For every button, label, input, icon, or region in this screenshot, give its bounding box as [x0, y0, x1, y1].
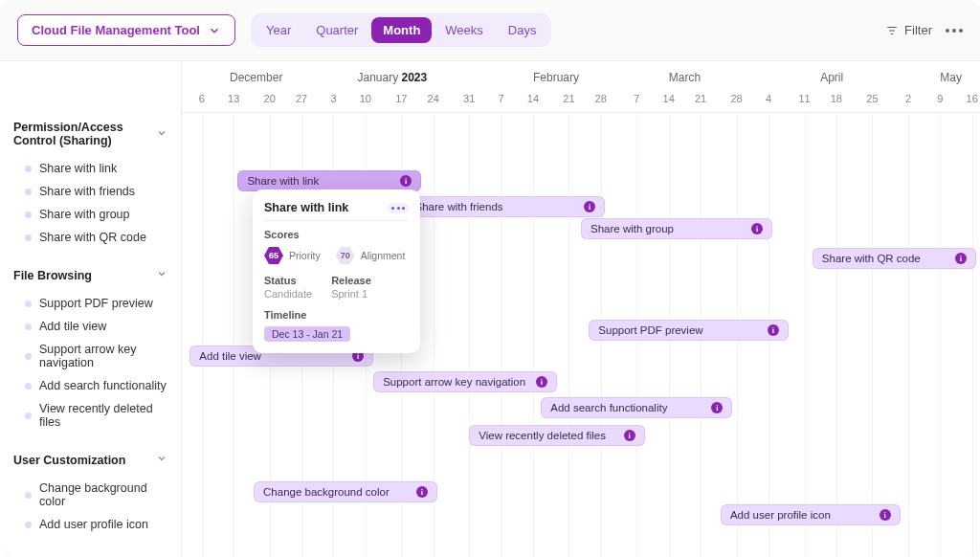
project-name: Cloud File Management Tool	[32, 23, 200, 37]
release-value: Sprint 1	[331, 288, 371, 300]
day-label: 10	[360, 93, 371, 104]
day-label: 24	[428, 93, 439, 104]
bullet-icon	[25, 189, 32, 195]
bullet-icon	[25, 353, 32, 360]
bar-label: Change background color	[263, 486, 390, 498]
scores-label: Scores	[264, 229, 409, 240]
day-label: 16	[967, 93, 978, 104]
chevron-down-icon	[156, 127, 167, 142]
info-icon[interactable]	[624, 430, 635, 441]
bullet-icon	[25, 492, 32, 499]
info-icon[interactable]	[768, 324, 779, 336]
group-head[interactable]: Permission/Access Control (Sharing)	[0, 113, 181, 155]
info-icon[interactable]	[955, 253, 967, 264]
sidebar-item[interactable]: Add user profile icon	[0, 513, 181, 536]
bullet-icon	[25, 323, 32, 330]
timeline-bar[interactable]: Add user profile icon	[721, 504, 901, 525]
tab-quarter[interactable]: Quarter	[304, 17, 369, 43]
chevron-down-icon	[156, 453, 167, 467]
tab-days[interactable]: Days	[497, 17, 548, 43]
info-icon[interactable]	[400, 175, 412, 187]
bar-label: Support arrow key navigation	[383, 376, 525, 388]
sidebar-item-label: Change background color	[39, 481, 167, 508]
task-popover: Share with link Scores 65 Priority 70 Al…	[253, 189, 420, 353]
sidebar-item[interactable]: Support PDF preview	[0, 292, 181, 315]
timeline-bar[interactable]: Share with link	[237, 170, 421, 191]
timeline-bar[interactable]: Support arrow key navigation	[373, 371, 557, 392]
bullet-icon	[25, 301, 32, 307]
sidebar-item-label: Add tile view	[39, 320, 106, 333]
month-label: December	[230, 71, 282, 84]
info-icon[interactable]	[751, 223, 763, 234]
alignment-label: Alignment	[361, 250, 406, 261]
sidebar-item-label: Share with link	[39, 162, 117, 175]
sidebar-item[interactable]: Share with friends	[0, 180, 181, 203]
tab-month[interactable]: Month	[371, 17, 432, 43]
day-label: 3	[330, 93, 336, 104]
bar-label: Add tile view	[199, 350, 261, 362]
month-row: DecemberJanuary 2023FebruaryMarchAprilMa…	[182, 71, 980, 88]
sidebar-item[interactable]: Share with QR code	[0, 226, 181, 249]
timeline-bar[interactable]: Support PDF preview	[589, 320, 789, 341]
sidebar-item-label: Share with QR code	[39, 231, 146, 244]
day-label: 25	[866, 93, 878, 104]
sidebar-item[interactable]: Change background color	[0, 477, 181, 513]
sidebar-item[interactable]: Support arrow key navigation	[0, 338, 181, 374]
sidebar-item[interactable]: Share with group	[0, 203, 181, 226]
content: Permission/Access Control (Sharing)Share…	[0, 61, 980, 557]
more-menu[interactable]	[946, 29, 963, 33]
sidebar-item-label: Share with friends	[39, 185, 135, 198]
bar-label: Share with QR code	[822, 253, 921, 264]
app-root: Cloud File Management Tool YearQuarterMo…	[0, 0, 980, 557]
info-icon[interactable]	[880, 509, 891, 521]
filter-label: Filter	[904, 23, 932, 37]
tab-year[interactable]: Year	[255, 17, 302, 43]
status-label: Status	[264, 275, 312, 286]
day-label: 20	[264, 93, 276, 104]
day-label: 7	[499, 93, 504, 104]
group-head[interactable]: User Customization	[0, 445, 181, 475]
info-icon[interactable]	[416, 486, 428, 498]
filter-button[interactable]: Filter	[885, 23, 932, 37]
sidebar-item[interactable]: Add tile view	[0, 315, 181, 338]
timeline-bar[interactable]: Change background color	[254, 481, 437, 502]
priority-hex-icon: 65	[264, 246, 283, 265]
timeline-bar[interactable]: Share with friends	[406, 196, 606, 217]
info-icon[interactable]	[536, 376, 547, 388]
sidebar-item-label: Support PDF preview	[39, 297, 153, 310]
sidebar-item[interactable]: View recently deleted files	[0, 397, 181, 434]
alignment-hex-icon: 70	[336, 246, 355, 265]
timeline-bar[interactable]: Share with group	[581, 218, 772, 239]
timeline-bar[interactable]: Share with QR code	[813, 248, 976, 269]
day-label: 17	[395, 93, 407, 104]
day-label: 28	[731, 93, 743, 104]
bar-label: View recently deleted files	[479, 430, 606, 441]
sidebar: Permission/Access Control (Sharing)Share…	[0, 61, 182, 557]
timeline-bar[interactable]: Add search functionality	[541, 397, 732, 418]
status-value: Candidate	[264, 288, 312, 300]
day-label: 14	[527, 93, 539, 104]
day-label: 18	[831, 93, 842, 104]
month-label: February	[533, 71, 579, 84]
header-right: Filter	[885, 23, 963, 37]
priority-label: Priority	[289, 250, 321, 261]
sidebar-item[interactable]: Add search functionality	[0, 374, 181, 397]
info-icon[interactable]	[711, 402, 723, 413]
info-icon[interactable]	[584, 201, 595, 212]
timeline-bar[interactable]: View recently deleted files	[469, 425, 644, 446]
sidebar-item-label: Share with group	[39, 208, 130, 221]
tab-weeks[interactable]: Weeks	[434, 17, 495, 43]
group-title: Permission/Access Control (Sharing)	[13, 121, 156, 147]
sidebar-item[interactable]: Share with link	[0, 157, 181, 180]
project-select[interactable]: Cloud File Management Tool	[17, 14, 235, 46]
group-head[interactable]: File Browsing	[0, 260, 181, 290]
divider	[264, 220, 409, 221]
popover-more-menu[interactable]	[388, 203, 409, 213]
popover-title: Share with link	[264, 201, 348, 214]
bullet-icon	[25, 522, 32, 528]
chevron-down-icon	[156, 268, 167, 282]
month-label: April	[820, 71, 843, 84]
day-label: 13	[228, 93, 239, 104]
alignment-score: 70 Alignment	[336, 246, 406, 265]
day-label: 7	[634, 93, 639, 104]
